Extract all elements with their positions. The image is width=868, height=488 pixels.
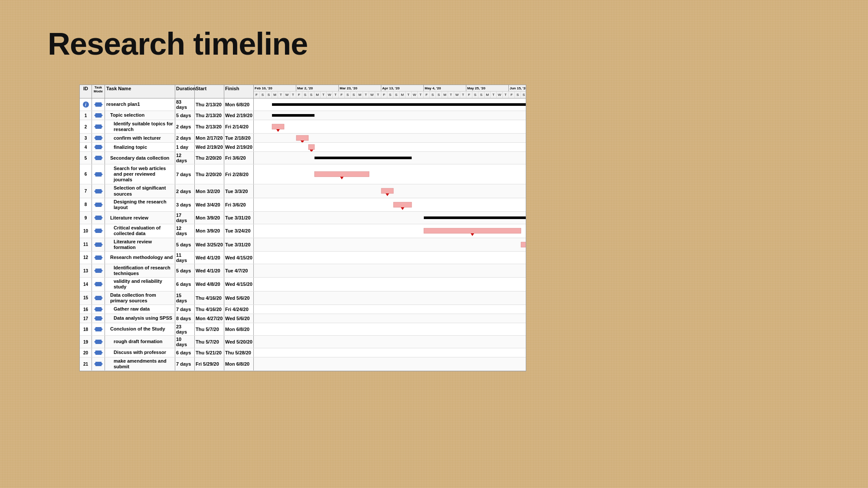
cell-start: Thu 2/13/20	[195, 120, 224, 133]
cell-name: Selection of significant sources	[105, 184, 175, 197]
cell-duration: 7 days	[175, 164, 195, 184]
col-header-start: Start	[195, 85, 224, 98]
table-row: 8 Designing the research layout 3 days W…	[80, 198, 526, 212]
cell-start: Thu 2/13/20	[195, 98, 224, 111]
cell-finish: Fri 2/28/20	[224, 164, 254, 184]
cell-start: Wed 3/4/20	[195, 198, 224, 211]
cell-name: Topic selection	[105, 111, 175, 120]
svg-rect-17	[381, 188, 393, 193]
svg-rect-26	[521, 242, 526, 247]
cell-name: Conclusion of the Study	[105, 323, 175, 335]
cell-chart	[254, 164, 526, 184]
cell-finish: Thu 5/28/20	[224, 348, 254, 357]
cell-id: 1	[80, 111, 92, 120]
cell-name: Critical evaluation of collected data	[105, 224, 175, 237]
cell-mode	[92, 224, 105, 237]
cell-name: make amendments and submit	[105, 357, 175, 370]
svg-marker-18	[386, 193, 389, 196]
cell-chart	[254, 184, 526, 197]
cell-duration: 1 day	[175, 143, 195, 151]
gantt-rows: i research plan1 83 days Thu 2/13/20 Mon…	[80, 98, 526, 371]
table-row: 13 Identification of research techniques…	[80, 264, 526, 278]
table-row: 17 Data analysis using SPSS 8 days Mon 4…	[80, 314, 526, 323]
cell-finish: Wed 5/20/20	[224, 336, 254, 348]
cell-duration: 8 days	[175, 314, 195, 323]
cell-duration: 2 days	[175, 184, 195, 197]
cell-name: confirm with lecturer	[105, 134, 175, 142]
cell-chart	[254, 348, 526, 357]
table-row: 9 Literature review 17 days Mon 3/9/20 T…	[80, 212, 526, 224]
cell-chart	[254, 224, 526, 237]
table-row: 10 Critical evaluation of collected data…	[80, 224, 526, 238]
cell-name: Literature review	[105, 212, 175, 224]
cell-duration: 5 days	[175, 111, 195, 120]
table-row: 4 finalizing topic 1 day Wed 2/19/20 Wed…	[80, 143, 526, 152]
table-row: 20 Discuss with professor 6 days Thu 5/2…	[80, 348, 526, 357]
cell-start: Fri 5/29/20	[195, 357, 224, 370]
cell-duration: 2 days	[175, 134, 195, 142]
table-row: 18 Conclusion of the Study 23 days Thu 5…	[80, 323, 526, 336]
cell-mode	[92, 164, 105, 184]
col-header-mode: Task Mode	[92, 85, 105, 98]
cell-id: 21	[80, 357, 92, 370]
cell-start: Thu 5/21/20	[195, 348, 224, 357]
svg-rect-6	[272, 124, 284, 129]
cell-finish: Fri 2/14/20	[224, 120, 254, 133]
cell-mode	[92, 134, 105, 142]
cell-name: Search for web articles and peer reviewe…	[105, 164, 175, 184]
cell-duration: 3 days	[175, 198, 195, 211]
svg-rect-12	[314, 157, 412, 159]
table-row: 11 Literature review formation 5 days We…	[80, 238, 526, 252]
svg-rect-3	[272, 114, 314, 117]
table-row: 19 rough draft formation 10 days Thu 5/7…	[80, 336, 526, 348]
cell-name: Secondary data collection	[105, 152, 175, 164]
cell-name: rough draft formation	[105, 336, 175, 348]
cell-chart	[254, 238, 526, 251]
cell-finish: Tue 3/31/20	[224, 238, 254, 251]
cell-mode	[92, 357, 105, 370]
cell-finish: Wed 4/15/20	[224, 278, 254, 291]
cell-id: 18	[80, 323, 92, 335]
cell-mode	[92, 278, 105, 291]
cell-finish: Fri 3/6/20	[224, 198, 254, 211]
cell-duration: 17 days	[175, 212, 195, 224]
cell-finish: Tue 3/31/20	[224, 212, 254, 224]
table-row: i research plan1 83 days Thu 2/13/20 Mon…	[80, 98, 526, 111]
cell-duration: 6 days	[175, 348, 195, 357]
cell-chart	[254, 111, 526, 120]
cell-finish: Mon 6/8/20	[224, 98, 254, 111]
svg-rect-19	[393, 202, 412, 207]
cell-finish: Wed 2/19/20	[224, 143, 254, 151]
cell-mode	[92, 98, 105, 111]
cell-name: research plan1	[105, 98, 175, 111]
cell-finish: Fri 4/24/20	[224, 305, 254, 314]
cell-start: Thu 4/16/20	[195, 291, 224, 305]
cell-duration: 23 days	[175, 323, 195, 335]
table-row: 15 Data collection from primary sources …	[80, 291, 526, 305]
cell-name: validity and reliability study	[105, 278, 175, 291]
cell-name: Discuss with professor	[105, 348, 175, 357]
cell-name: Literature review formation	[105, 238, 175, 251]
cell-chart	[254, 291, 526, 305]
cell-mode	[92, 323, 105, 335]
cell-id: 15	[80, 291, 92, 305]
cell-name: Data analysis using SPSS	[105, 314, 175, 323]
cell-start: Wed 4/8/20	[195, 278, 224, 291]
page-title: Research timeline	[48, 26, 308, 62]
cell-chart	[254, 252, 526, 264]
svg-rect-21	[424, 216, 526, 219]
cell-start: Mon 4/27/20	[195, 314, 224, 323]
col-header-name: Task Name	[105, 85, 175, 98]
table-row: 7 Selection of significant sources 2 day…	[80, 184, 526, 198]
table-row: 21 make amendments and submit 7 days Fri…	[80, 357, 526, 371]
cell-duration: 15 days	[175, 291, 195, 305]
table-row: 5 Secondary data collection 12 days Thu …	[80, 152, 526, 164]
cell-mode	[92, 143, 105, 151]
cell-id: 17	[80, 314, 92, 323]
cell-duration: 10 days	[175, 336, 195, 348]
cell-id: 13	[80, 264, 92, 277]
cell-mode	[92, 336, 105, 348]
cell-duration: 83 days	[175, 98, 195, 111]
cell-duration: 5 days	[175, 238, 195, 251]
cell-mode	[92, 305, 105, 314]
